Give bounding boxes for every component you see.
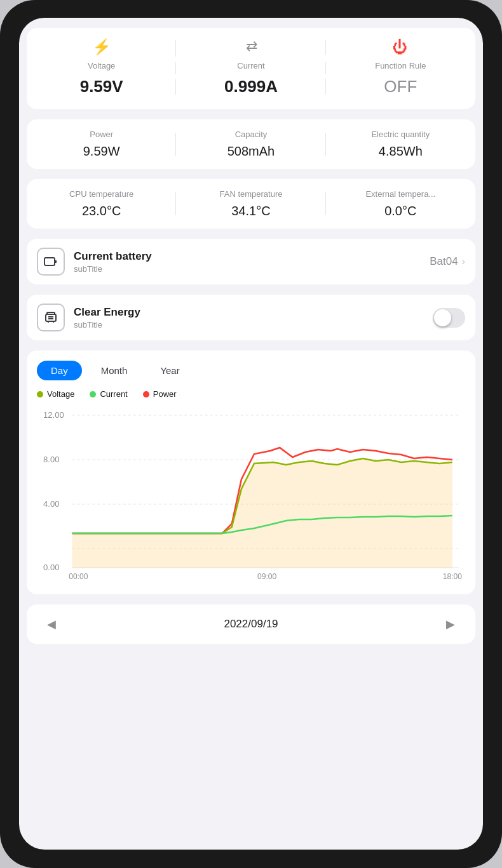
svg-text:4.00: 4.00: [43, 499, 59, 509]
power-icon: ⏻: [393, 38, 408, 56]
external-temp-col: External tempera... 0.0°C: [326, 189, 475, 218]
temp-row: CPU temperature 23.0°C FAN temperature 3…: [27, 189, 475, 218]
function-rule-value: OFF: [384, 77, 417, 97]
svg-text:0.00: 0.00: [43, 563, 59, 572]
clear-energy-card: Clear Energy subTitle: [27, 295, 475, 340]
svg-text:12.00: 12.00: [43, 410, 64, 420]
current-icon: ⇄: [246, 38, 256, 55]
svg-marker-19: [72, 458, 452, 568]
clear-energy-title: Clear Energy: [74, 306, 433, 319]
legend-voltage-label: Voltage: [47, 389, 74, 399]
cpu-temp-value: 23.0°C: [82, 204, 121, 218]
chevron-icon: ›: [462, 256, 465, 267]
function-rule-label-col: Function Rule: [326, 61, 475, 76]
power-value: 9.59W: [83, 144, 120, 159]
capacity-value: 508mAh: [227, 144, 275, 159]
secondary-card: Power 9.59W Capacity 508mAh Electric qua…: [27, 119, 475, 169]
prev-date-button[interactable]: ◀: [39, 615, 64, 634]
metrics-icons-row: ⚡ ⇄ ⏻: [27, 38, 475, 58]
current-col: ⇄: [176, 38, 325, 57]
top-metrics-card: ⚡ ⇄ ⏻ Voltage Current Function Rule: [27, 28, 475, 109]
legend-power-label: Power: [153, 389, 177, 399]
voltage-icon: ⚡: [92, 38, 111, 56]
battery-icon: [37, 248, 65, 276]
clear-energy-toggle[interactable]: [433, 308, 465, 328]
lantern-icon: [37, 304, 65, 331]
cpu-temp-col: CPU temperature 23.0°C: [27, 189, 176, 218]
svg-text:00:00: 00:00: [69, 572, 88, 581]
electric-quantity-value: 4.85Wh: [379, 144, 423, 159]
external-temp-value: 0.0°C: [384, 204, 416, 218]
current-label-col: Current: [176, 61, 325, 76]
current-battery-item[interactable]: Current battery subTitle Bat04 ›: [37, 239, 465, 284]
chart-tabs: Day Month Year: [37, 361, 465, 380]
capacity-label: Capacity: [235, 130, 268, 139]
date-nav-card: ◀ 2022/09/19 ▶: [27, 604, 475, 644]
battery-value: Bat04: [430, 255, 458, 268]
svg-rect-0: [44, 258, 55, 265]
battery-text: Current battery subTitle: [74, 250, 430, 274]
current-label: Current: [237, 61, 264, 70]
chart-svg: 12.00 8.00 4.00 0.00 00:00 09:00 18:00: [43, 406, 465, 584]
temperature-card: CPU temperature 23.0°C FAN temperature 3…: [27, 179, 475, 229]
metrics-labels-row: Voltage Current Function Rule: [27, 61, 475, 76]
next-date-button[interactable]: ▶: [438, 615, 463, 634]
phone-screen: ⚡ ⇄ ⏻ Voltage Current Function Rule: [19, 18, 483, 850]
phone-frame: ⚡ ⇄ ⏻ Voltage Current Function Rule: [0, 0, 502, 868]
battery-title: Current battery: [74, 250, 430, 263]
function-rule-col: ⏻: [326, 38, 475, 58]
current-value: 0.999A: [224, 77, 278, 97]
power-col: Power 9.59W: [27, 130, 176, 159]
secondary-labels-row: Power 9.59W Capacity 508mAh Electric qua…: [27, 130, 475, 159]
legend-current: Current: [90, 389, 127, 399]
metrics-values-row: 9.59V 0.999A OFF: [27, 77, 475, 97]
fan-temp-col: FAN temperature 34.1°C: [176, 189, 325, 218]
chart-area: 12.00 8.00 4.00 0.00 00:00 09:00 18:00: [43, 406, 465, 584]
chart-legend: Voltage Current Power: [37, 389, 465, 399]
electric-quantity-col: Electric quantity 4.85Wh: [326, 130, 475, 159]
clear-energy-text: Clear Energy subTitle: [74, 306, 433, 330]
voltage-label-col: Voltage: [27, 61, 176, 76]
voltage-value-col: 9.59V: [27, 77, 176, 97]
date-label: 2022/09/19: [224, 618, 278, 631]
svg-text:8.00: 8.00: [43, 455, 59, 464]
chart-card: Day Month Year Voltage Current Power: [27, 351, 475, 594]
legend-current-label: Current: [100, 389, 127, 399]
tab-year[interactable]: Year: [146, 361, 193, 380]
power-dot: [143, 391, 149, 397]
legend-power: Power: [143, 389, 177, 399]
cpu-temp-label: CPU temperature: [69, 189, 133, 199]
svg-text:09:00: 09:00: [257, 572, 276, 581]
svg-text:18:00: 18:00: [443, 572, 462, 581]
battery-subtitle: subTitle: [74, 264, 430, 274]
voltage-label: Voltage: [88, 61, 115, 70]
capacity-col: Capacity 508mAh: [176, 130, 325, 159]
fan-temp-value: 34.1°C: [231, 204, 270, 218]
clear-energy-item: Clear Energy subTitle: [37, 295, 465, 340]
power-label: Power: [90, 130, 113, 139]
electric-quantity-label: Electric quantity: [371, 130, 430, 139]
clear-energy-subtitle: subTitle: [74, 320, 433, 330]
svg-rect-3: [46, 314, 56, 321]
voltage-value: 9.59V: [80, 77, 123, 97]
function-rule-value-col: OFF: [326, 77, 475, 97]
legend-voltage: Voltage: [37, 389, 74, 399]
voltage-col: ⚡: [27, 38, 176, 58]
current-battery-card: Current battery subTitle Bat04 ›: [27, 239, 475, 284]
tab-month[interactable]: Month: [87, 361, 142, 380]
fan-temp-label: FAN temperature: [219, 189, 282, 199]
voltage-dot: [37, 391, 43, 397]
tab-day[interactable]: Day: [37, 361, 82, 380]
current-value-col: 0.999A: [176, 77, 325, 97]
external-temp-label: External tempera...: [365, 189, 435, 199]
function-rule-label: Function Rule: [375, 61, 426, 70]
current-dot: [90, 391, 96, 397]
toggle-knob: [434, 309, 451, 326]
battery-right: Bat04 ›: [430, 255, 465, 268]
